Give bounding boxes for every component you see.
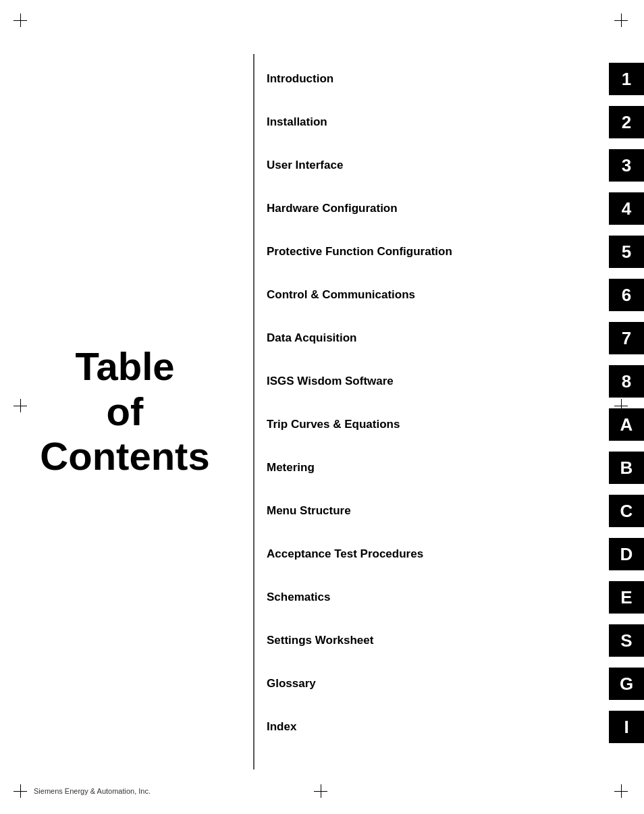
vertical-divider — [253, 54, 254, 769]
toc-label-10: Metering — [267, 461, 602, 474]
corner-mark-br — [614, 784, 630, 801]
toc-label-14: Settings Worksheet — [267, 634, 602, 647]
toc-badge-5: 5 — [609, 236, 644, 268]
toc-item: User Interface3 — [267, 144, 644, 187]
toc-badge-D: D — [609, 538, 644, 570]
toc-item: Trip Curves & EquationsA — [267, 403, 644, 446]
toc-badge-I: I — [609, 711, 644, 743]
toc-label-2: Installation — [267, 115, 602, 129]
toc-label-13: Schematics — [267, 591, 602, 604]
toc-badge-S: S — [609, 624, 644, 657]
toc-badge-E: E — [609, 581, 644, 614]
toc-title-line2: of — [40, 389, 209, 435]
toc-title: Table of Contents — [40, 344, 209, 479]
toc-item: Menu StructureC — [267, 489, 644, 533]
toc-item: Data Acquisition7 — [267, 317, 644, 360]
toc-badge-3: 3 — [609, 149, 644, 182]
toc-badge-A: A — [609, 408, 644, 441]
toc-item: Introduction1 — [267, 57, 644, 101]
footer-text: Siemens Energy & Automation, Inc. — [34, 787, 151, 795]
toc-title-line3: Contents — [40, 434, 209, 479]
toc-list: Introduction1Installation2User Interface… — [267, 57, 644, 749]
toc-label-7: Data Acquisition — [267, 331, 602, 345]
toc-item: Installation2 — [267, 101, 644, 144]
toc-item: GlossaryG — [267, 662, 644, 705]
toc-item: Acceptance Test ProceduresD — [267, 533, 644, 576]
toc-item: Control & Communications6 — [267, 273, 644, 317]
toc-badge-G: G — [609, 668, 644, 700]
toc-badge-2: 2 — [609, 106, 644, 138]
corner-mark-tl — [14, 13, 30, 30]
toc-item: Hardware Configuration4 — [267, 187, 644, 230]
corner-mark-bl — [14, 784, 30, 801]
toc-label-3: User Interface — [267, 159, 602, 172]
toc-label-4: Hardware Configuration — [267, 202, 602, 215]
toc-item: ISGS Wisdom Software8 — [267, 360, 644, 403]
toc-item: Protective Function Configuration5 — [267, 230, 644, 273]
toc-item: Settings WorksheetS — [267, 619, 644, 662]
toc-badge-4: 4 — [609, 192, 644, 225]
toc-content-area: Introduction1Installation2User Interface… — [267, 57, 644, 760]
toc-badge-B: B — [609, 452, 644, 484]
toc-label-5: Protective Function Configuration — [267, 245, 602, 259]
toc-label-8: ISGS Wisdom Software — [267, 375, 602, 388]
toc-label-16: Index — [267, 720, 602, 734]
toc-badge-7: 7 — [609, 322, 644, 354]
toc-label-11: Menu Structure — [267, 504, 602, 518]
corner-mark-tr — [614, 13, 630, 30]
toc-badge-8: 8 — [609, 365, 644, 398]
toc-label-9: Trip Curves & Equations — [267, 418, 602, 431]
toc-badge-6: 6 — [609, 279, 644, 311]
toc-item: IndexI — [267, 705, 644, 749]
toc-label-1: Introduction — [267, 72, 602, 86]
toc-item: MeteringB — [267, 446, 644, 489]
toc-label-12: Acceptance Test Procedures — [267, 547, 602, 561]
toc-label-6: Control & Communications — [267, 288, 602, 302]
toc-item: SchematicsE — [267, 576, 644, 619]
toc-title-panel: Table of Contents — [0, 54, 250, 769]
corner-mark-bc — [314, 784, 330, 801]
toc-title-line1: Table — [40, 344, 209, 389]
toc-label-15: Glossary — [267, 677, 602, 690]
toc-badge-C: C — [609, 495, 644, 527]
toc-badge-1: 1 — [609, 63, 644, 95]
